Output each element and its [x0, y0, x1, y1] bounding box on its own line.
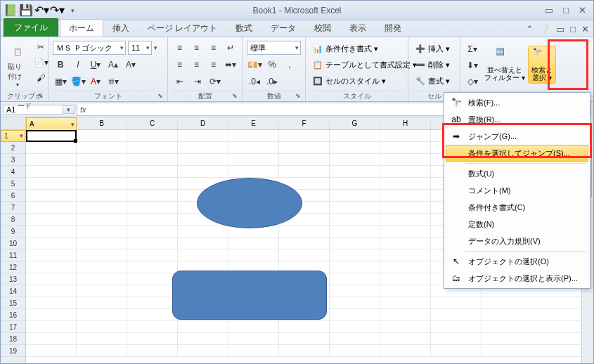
align-left-button[interactable]: ≡ — [172, 58, 187, 72]
menu-constants[interactable]: 定数(N) — [446, 216, 588, 233]
align-middle-button[interactable]: ≡ — [189, 41, 204, 55]
font-color-button[interactable]: A▾ — [88, 74, 103, 89]
column-header[interactable]: H — [380, 117, 431, 129]
paste-button[interactable]: 📋 貼り付け ▾ — [4, 39, 32, 91]
row-header[interactable]: 10 — [1, 238, 25, 249]
row-header[interactable]: 7 — [1, 202, 25, 214]
row-header[interactable]: 9 — [1, 226, 25, 238]
menu-goto[interactable]: ➡ジャンプ(G)... — [446, 128, 588, 145]
qat-customize-icon[interactable]: ▾ — [65, 4, 79, 18]
format-painter-button[interactable]: 🖌 — [33, 71, 49, 85]
column-header[interactable]: C — [127, 117, 178, 129]
tab-review[interactable]: 校閲 — [305, 19, 340, 37]
row-header[interactable]: 16 — [1, 309, 25, 321]
align-bottom-button[interactable]: ≡ — [206, 41, 221, 55]
orientation-button[interactable]: ⟳▾ — [207, 74, 223, 89]
font-launcher-icon[interactable]: ⬊ — [157, 92, 163, 99]
tab-file[interactable]: ファイル — [4, 18, 58, 37]
row-header[interactable]: 5 — [1, 178, 25, 190]
italic-button[interactable]: I — [70, 58, 86, 72]
align-top-button[interactable]: ≡ — [172, 41, 187, 55]
number-format-select[interactable]: 標準 — [247, 41, 301, 55]
copy-button[interactable]: 📄▾ — [33, 56, 49, 70]
tab-data[interactable]: データ — [262, 19, 305, 37]
column-header[interactable]: F — [279, 117, 330, 129]
font-name-select[interactable]: ＭＳ Ｐゴシック — [53, 41, 126, 55]
comma-button[interactable]: , — [282, 58, 297, 72]
tab-developer[interactable]: 開発 — [375, 19, 411, 37]
row-header[interactable]: 11 — [1, 249, 25, 261]
window-restore-icon[interactable]: □ — [570, 24, 576, 34]
grow-font-button[interactable]: A▴ — [105, 58, 121, 72]
column-header[interactable]: D — [178, 117, 228, 129]
row-header[interactable]: 18 — [1, 333, 25, 345]
tab-view[interactable]: 表示 — [340, 19, 375, 37]
menu-formulas[interactable]: 数式(U) — [446, 165, 588, 182]
menu-data-validation[interactable]: データの入力規則(V) — [446, 233, 588, 249]
fx-icon[interactable]: fx — [80, 105, 86, 114]
row-header[interactable]: 15 — [1, 297, 25, 309]
window-close-icon[interactable]: ✕ — [581, 24, 589, 34]
tab-home[interactable]: ホーム — [60, 19, 103, 37]
format-cells-button[interactable]: 🔧 書式 ▾ — [413, 74, 456, 88]
window-minimize-icon[interactable]: ▭ — [556, 24, 564, 34]
clipboard-launcher-icon[interactable]: ⬊ — [38, 92, 44, 99]
increase-decimal-button[interactable]: .0◂ — [247, 74, 262, 89]
currency-button[interactable]: 💴▾ — [247, 58, 262, 72]
tab-formulas[interactable]: 数式 — [226, 19, 262, 37]
merge-button[interactable]: ⬌▾ — [223, 58, 238, 72]
increase-indent-button[interactable]: ⇥ — [190, 74, 205, 89]
row-header[interactable]: 14 — [1, 285, 25, 297]
menu-goto-special[interactable]: 条件を選択してジャンプ(S)... — [446, 145, 588, 162]
clear-button[interactable]: ◇▾ — [465, 74, 480, 89]
cut-button[interactable]: ✂ — [33, 40, 49, 54]
menu-selection-pane[interactable]: 🗂オブジェクトの選択と表示(P)... — [446, 270, 588, 287]
underline-button[interactable]: U▾ — [88, 58, 103, 72]
row-header[interactable]: 4 — [1, 166, 25, 178]
help-icon[interactable]: ❔ — [539, 24, 550, 34]
percent-button[interactable]: % — [264, 58, 280, 72]
border-button[interactable]: ▦▾ — [53, 74, 68, 89]
row-header[interactable]: 1 — [1, 130, 25, 142]
fill-button[interactable]: ⬇▾ — [465, 58, 480, 72]
insert-cells-button[interactable]: ➕ 挿入 ▾ — [413, 41, 456, 56]
column-header[interactable]: A — [26, 117, 77, 131]
row-header[interactable]: 12 — [1, 261, 25, 273]
row-header[interactable]: 3 — [1, 154, 25, 166]
tab-page-layout[interactable]: ページ レイアウト — [138, 19, 226, 37]
format-as-table-button[interactable]: 📋 テーブルとして書式設定 ▾ — [310, 58, 403, 72]
name-box-dropdown-icon[interactable]: ▾ — [63, 105, 75, 114]
column-header[interactable]: B — [77, 117, 127, 129]
row-header[interactable]: 6 — [1, 190, 25, 202]
column-header[interactable]: E — [228, 117, 279, 129]
save-icon[interactable]: 💾 — [19, 4, 33, 18]
menu-replace[interactable]: ab置換(R)... — [446, 111, 588, 128]
alignment-launcher-icon[interactable]: ⬊ — [232, 92, 238, 99]
row-header[interactable]: 2 — [1, 142, 25, 154]
cell-styles-button[interactable]: 🔲 セルのスタイル ▾ — [310, 74, 403, 88]
shrink-font-button[interactable]: A▾ — [123, 58, 138, 72]
row-header[interactable]: 8 — [1, 214, 25, 226]
wrap-text-button[interactable]: ↵ — [223, 41, 238, 55]
select-all-corner[interactable] — [1, 117, 25, 130]
name-box[interactable]: A1 ▾ — [1, 102, 77, 117]
find-select-button[interactable]: 🔭 検索と 選択 ▾ — [528, 46, 556, 84]
menu-comments[interactable]: コメント(M) — [446, 182, 588, 199]
align-right-button[interactable]: ≡ — [206, 58, 221, 72]
minimize-ribbon-icon[interactable]: ⌃ — [526, 24, 534, 34]
close-button[interactable]: ✕ — [579, 5, 586, 15]
oval-shape[interactable] — [197, 178, 302, 228]
conditional-formatting-button[interactable]: 📊 条件付き書式 ▾ — [310, 41, 403, 56]
row-header[interactable]: 19 — [1, 345, 25, 357]
delete-cells-button[interactable]: ➖ 削除 ▾ — [413, 58, 456, 72]
maximize-button[interactable]: □ — [563, 5, 569, 15]
sort-filter-button[interactable]: 🔤 並べ替えと フィルター ▾ — [482, 46, 528, 83]
tab-insert[interactable]: 挿入 — [103, 19, 138, 37]
menu-conditional-formatting[interactable]: 条件付き書式(C) — [446, 199, 588, 216]
autosum-button[interactable]: Σ▾ — [465, 42, 480, 56]
menu-select-objects[interactable]: ↖オブジェクトの選択(O) — [446, 253, 588, 270]
row-header[interactable]: 17 — [1, 321, 25, 333]
number-launcher-icon[interactable]: ⬊ — [295, 92, 301, 99]
row-header[interactable]: 13 — [1, 273, 25, 285]
column-header[interactable]: G — [330, 117, 380, 129]
